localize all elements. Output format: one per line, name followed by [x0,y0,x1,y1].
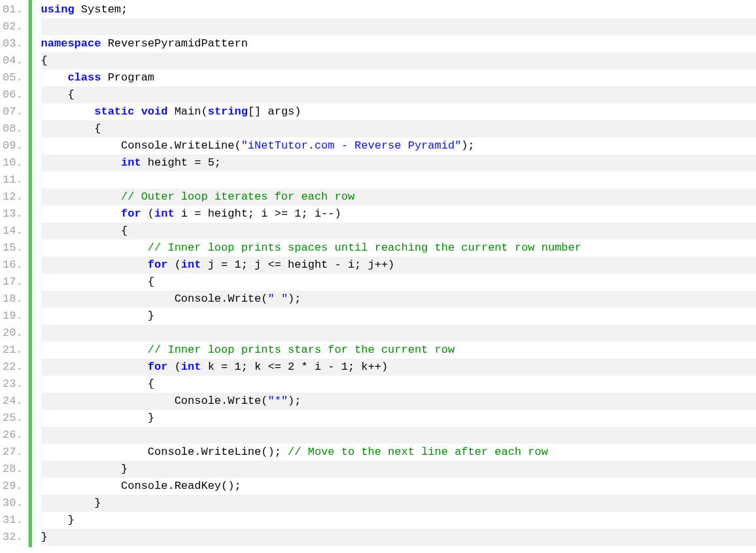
code-line: Console.WriteLine("iNetTutor.com - Rever… [41,137,756,154]
token-txt: } [121,463,128,475]
token-txt: Console.WriteLine( [121,139,241,152]
token-kw: int [121,156,141,169]
token-str: "iNetTutor.com - Reverse Pyramid" [241,139,462,152]
token-str: " " [267,293,288,305]
token-kw: for [148,361,168,373]
token-com: // Inner loop prints spaces until reachi… [148,241,581,254]
token-txt: ReversePyramidPattern [101,37,247,50]
token-kw: int [181,361,201,373]
code-line [41,325,756,342]
token-kw: int [181,259,201,271]
token-txt: } [94,497,101,509]
line-number: 16. [3,257,23,274]
token-txt: j = 1; j <= height - i; j++) [201,259,394,271]
token-txt: } [148,310,154,322]
line-number: 09. [3,137,23,154]
line-number: 04. [3,52,23,69]
code-line: { [41,86,756,103]
token-kw: namespace [41,37,101,50]
code-line: } [41,529,756,546]
code-line: { [41,274,756,291]
code-line: namespace ReversePyramidPattern [41,35,756,52]
token-kw: for [148,259,168,271]
line-number: 06. [3,86,23,103]
line-number: 12. [3,188,23,205]
code-line: } [41,495,756,512]
line-number: 29. [3,478,23,495]
line-number: 31. [3,512,23,529]
token-txt: [] args) [248,105,301,118]
token-txt: } [148,412,154,424]
token-kw: using [41,3,75,16]
line-number: 10. [3,154,23,171]
line-number: 30. [3,495,23,512]
token-kw: static [94,105,134,118]
token-str: "*" [267,395,288,407]
token-txt: Console.Write( [175,395,268,407]
line-number: 17. [3,274,23,291]
line-number: 14. [3,223,23,240]
token-txt: { [94,122,101,135]
line-number: 13. [3,205,23,223]
code-line: int height = 5; [41,154,756,171]
code-line [41,427,756,444]
code-line: { [41,376,756,393]
token-com: // Move to the next line after each row [288,446,548,458]
line-number: 20. [3,325,23,342]
token-txt: } [41,531,48,543]
code-line: } [41,308,756,325]
token-txt: ); [461,139,474,152]
code-line: Console.Write("*"); [41,393,756,410]
code-line [41,171,756,188]
token-kw: int [154,207,175,220]
code-line [41,18,756,35]
line-number: 27. [3,444,23,461]
code-line: Console.WriteLine(); // Move to the next… [41,444,756,461]
token-kw: string [208,105,248,118]
line-number: 32. [3,529,23,546]
token-txt: } [67,514,74,526]
token-txt: { [121,224,128,237]
token-kw: void [141,105,168,118]
line-number: 15. [3,240,23,257]
token-txt: Program [101,71,154,84]
token-txt [134,105,141,118]
token-kw: for [121,207,141,220]
token-txt: ( [167,259,180,271]
line-number-gutter: 01.02.03.04.05.06.07.08.09.10.11.12.13.1… [0,0,29,547]
token-txt: Console.ReadKey(); [121,480,241,492]
line-number: 01. [3,1,23,18]
code-line: // Inner loop prints spaces until reachi… [41,240,756,257]
code-line: // Outer loop iterates for each row [41,188,756,205]
line-number: 18. [3,291,23,308]
token-txt: ); [288,293,301,305]
token-kw: class [67,71,101,84]
token-txt: Console.Write( [175,293,268,305]
code-line: Console.Write(" "); [41,291,756,308]
line-number: 23. [3,376,23,393]
line-number: 11. [3,171,23,188]
line-number: 07. [3,103,23,120]
line-number: 03. [3,35,23,52]
line-number: 02. [3,18,23,35]
line-number: 25. [3,410,23,427]
token-txt: height = 5; [141,156,221,169]
code-line: Console.ReadKey(); [41,478,756,495]
token-txt: Console.WriteLine(); [148,446,288,458]
code-editor: 01.02.03.04.05.06.07.08.09.10.11.12.13.1… [0,0,756,547]
line-number: 08. [3,120,23,137]
token-com: // Outer loop iterates for each row [121,190,354,203]
code-area: using System; namespace ReversePyramidPa… [32,0,756,547]
code-line: for (int j = 1; j <= height - i; j++) [41,257,756,274]
token-txt: System; [75,3,128,16]
token-txt: k = 1; k <= 2 * i - 1; k++) [201,361,388,373]
code-line: // Inner loop prints stars for the curre… [41,342,756,359]
code-line: for (int k = 1; k <= 2 * i - 1; k++) [41,359,756,376]
token-txt: ( [167,361,180,373]
token-txt: i = height; i >= 1; i--) [175,207,341,220]
line-number: 05. [3,69,23,86]
code-line: class Program [41,69,756,86]
code-line: } [41,461,756,478]
token-txt: ( [141,207,154,220]
code-line: { [41,223,756,240]
